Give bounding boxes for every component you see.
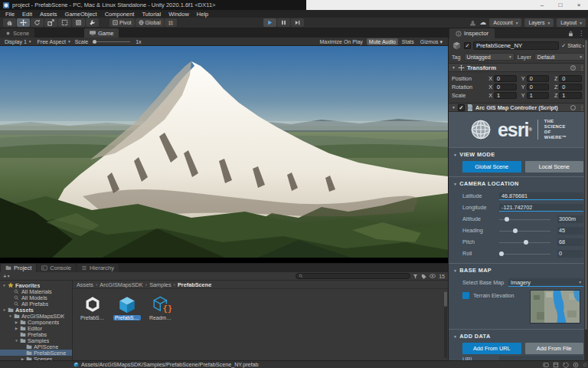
slider-handle[interactable] [524, 240, 528, 245]
foldout-arrow-icon[interactable]: ▶ [15, 320, 18, 324]
breadcrumb-segment[interactable]: Assets [77, 281, 100, 288]
tab-inspector[interactable]: Inspector [449, 28, 495, 38]
project-scrollbar[interactable] [444, 291, 447, 358]
asset-item[interactable]: PrefabSce... [113, 294, 141, 320]
tree-item[interactable]: ▼ Assets [0, 307, 72, 313]
slider-value-field[interactable]: 0 [557, 250, 583, 258]
slider-value-field[interactable]: 45 [557, 227, 583, 235]
foldout-arrow-icon[interactable]: ▼ [2, 308, 6, 312]
tree-item[interactable]: All Prefabs [0, 301, 72, 307]
toolbar-dropdown[interactable]: Layout ▾ [557, 18, 586, 27]
longitude-field[interactable]: -121.742702 [499, 204, 583, 212]
search-by-type-icon[interactable] [413, 274, 418, 279]
hidden-packages-icon[interactable] [430, 274, 436, 278]
hand-tool-icon[interactable] [3, 18, 16, 27]
active-checkbox[interactable]: ✓ [464, 42, 471, 49]
search-by-label-icon[interactable] [421, 274, 426, 279]
tree-item[interactable]: APIScene [0, 343, 72, 350]
activity-status-icon[interactable] [563, 362, 569, 368]
slider-value-field[interactable]: 68 [557, 238, 583, 246]
url-field[interactable] [499, 356, 583, 361]
search-input[interactable] [296, 273, 410, 279]
rotate-tool-icon[interactable] [31, 18, 44, 27]
asset-item[interactable]: {} Readme_P... [148, 294, 175, 320]
transform-y-field[interactable]: 0 [527, 75, 550, 82]
close-button[interactable]: × [570, 0, 588, 10]
slider[interactable] [499, 238, 550, 246]
layer-dropdown[interactable]: Default▾ [534, 53, 585, 61]
create-asset-button[interactable]: +▾ [3, 273, 9, 280]
slider-handle[interactable] [513, 228, 518, 233]
breadcrumb-segment[interactable]: Samples [149, 281, 178, 288]
arcgis-component-header[interactable]: ▼ ✓ Arc GIS Map Controller (Script) ⋮ [449, 103, 588, 112]
breadcrumb-segment[interactable]: PrefabScene [178, 281, 216, 288]
display-dropdown[interactable]: Display 1▾ [3, 38, 33, 45]
minimize-button[interactable]: – [533, 0, 551, 10]
transform-x-field[interactable]: 0 [494, 75, 517, 82]
tab-game[interactable]: Game [84, 28, 119, 38]
transform-z-field[interactable]: 0 [559, 75, 582, 82]
game-view-toggle[interactable]: Mute Audio [367, 38, 398, 45]
project-panel-tab[interactable]: Console [37, 264, 76, 272]
transform-z-field[interactable]: 1 [559, 92, 582, 99]
aspect-dropdown[interactable]: Free Aspect▾ [36, 38, 72, 45]
tree-item[interactable]: All Models [0, 294, 72, 301]
transform-y-field[interactable]: 1 [527, 92, 550, 99]
custom-tool-icon[interactable] [86, 18, 99, 27]
transform-x-field[interactable]: 0 [494, 84, 517, 90]
tree-item[interactable]: ▼ ArcGISMapsSDK [0, 313, 72, 319]
play-button[interactable] [263, 18, 276, 27]
foldout-open-icon[interactable]: ▼ [453, 268, 457, 273]
menu-item[interactable]: Window [165, 11, 193, 18]
static-toggle[interactable]: ✓ Static ▾ [561, 42, 585, 49]
slider-value-field[interactable]: 3000m [557, 215, 583, 223]
menu-item[interactable]: File [2, 11, 18, 18]
latitude-field[interactable]: 46.876681 [499, 192, 583, 200]
progress-status-icon[interactable] [573, 362, 579, 368]
foldout-open-icon[interactable]: ▼ [452, 65, 456, 70]
slider-handle[interactable] [499, 251, 504, 256]
rect-tool-icon[interactable] [58, 18, 71, 27]
kebab-menu-icon[interactable]: ⋮ [578, 30, 584, 37]
step-button[interactable] [291, 18, 304, 27]
basemap-dropdown[interactable]: Imagery ▾ [508, 278, 583, 287]
breadcrumb-segment[interactable]: ArcGISMapsSDK [100, 281, 149, 288]
tree-item[interactable]: All Materials [0, 288, 72, 294]
game-view-toggle[interactable]: Gizmos ▾ [418, 38, 445, 45]
asset-item[interactable]: PrefabSce... [79, 294, 106, 320]
tree-item[interactable]: ▶ Editor [0, 325, 72, 331]
project-panel-tab[interactable]: Hierarchy [77, 264, 119, 272]
inspector-scrollbar[interactable] [584, 38, 588, 360]
gameobject-name-field[interactable]: PrefabScene_NY [473, 41, 559, 50]
menu-item[interactable]: Edit [18, 11, 36, 18]
transform-tool-icon[interactable] [72, 18, 85, 27]
foldout-arrow-icon[interactable]: ▼ [15, 339, 18, 343]
menu-item[interactable]: GameObject [61, 11, 101, 18]
slider[interactable] [499, 215, 550, 223]
menu-item[interactable]: Help [193, 11, 212, 18]
global-toggle[interactable]: Global [136, 18, 164, 27]
foldout-arrow-icon[interactable]: ▶ [15, 327, 18, 330]
foldout-open-icon[interactable]: ▼ [453, 153, 457, 157]
slider[interactable] [499, 250, 550, 258]
maximize-button[interactable]: □ [551, 0, 570, 10]
help-icon[interactable] [570, 105, 576, 110]
slider-handle[interactable] [505, 217, 509, 222]
tree-item[interactable]: PrefabScene [0, 350, 72, 356]
transform-z-field[interactable]: 0 [559, 84, 582, 90]
scale-slider[interactable] [93, 41, 130, 42]
move-tool-icon[interactable] [17, 18, 30, 27]
add-from-url-button[interactable]: Add From URL [462, 343, 521, 354]
game-view-toggle[interactable]: Maximize On Play [317, 38, 364, 45]
lock-icon[interactable] [568, 31, 573, 37]
add-from-file-button[interactable]: Add From File [525, 343, 584, 354]
global-scene-button[interactable]: Global Scene [462, 161, 521, 172]
slider[interactable] [499, 227, 550, 235]
tag-dropdown[interactable]: Untagged▾ [464, 53, 514, 61]
tree-item[interactable]: ▼ Samples [0, 337, 72, 343]
cloud-icon[interactable]: ☁ [479, 18, 486, 27]
tree-item[interactable]: ▼ Favorites [0, 282, 72, 288]
game-view-toggle[interactable]: Stats [400, 38, 416, 45]
transform-x-field[interactable]: 1 [494, 92, 517, 99]
collab-icon[interactable] [469, 20, 476, 26]
